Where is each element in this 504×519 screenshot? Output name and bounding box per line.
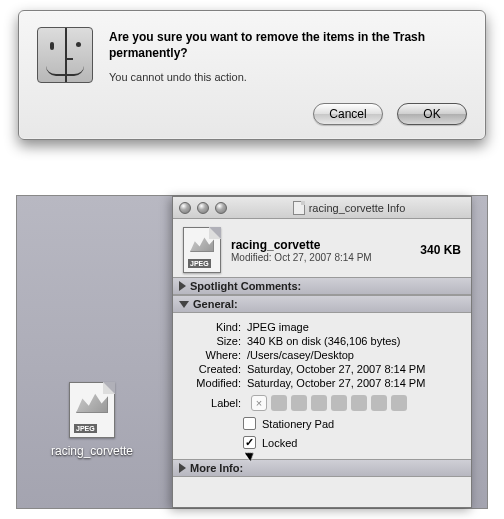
label-color-swatch[interactable] (291, 395, 307, 411)
label-label: Label: (183, 397, 247, 409)
label-clear-button[interactable]: × (251, 395, 267, 411)
window-title: racing_corvette Info (233, 201, 465, 215)
size-label: Size: (183, 335, 247, 347)
ok-button[interactable]: OK (397, 103, 467, 125)
section-label: General: (193, 298, 238, 310)
info-header-filename: racing_corvette (231, 238, 372, 252)
window-titlebar[interactable]: racing_corvette Info (173, 197, 471, 219)
kind-label: Kind: (183, 321, 247, 333)
where-label: Where: (183, 349, 247, 361)
kind-value: JPEG image (247, 321, 461, 333)
created-value: Saturday, October 27, 2007 8:14 PM (247, 363, 461, 375)
info-header: JPEG racing_corvette Modified: Oct 27, 2… (173, 219, 471, 277)
label-color-swatch[interactable] (331, 395, 347, 411)
disclosure-triangle-icon (179, 301, 189, 308)
info-header-size: 340 KB (420, 243, 461, 257)
section-label: Spotlight Comments: (190, 280, 301, 292)
close-icon[interactable] (179, 202, 191, 214)
modified-value: Saturday, October 27, 2007 8:14 PM (247, 377, 461, 389)
zoom-icon[interactable] (215, 202, 227, 214)
section-label: More Info: (190, 462, 243, 474)
jpeg-badge: JPEG (74, 424, 97, 433)
locked-checkbox[interactable] (243, 436, 256, 449)
get-info-window: racing_corvette Info JPEG racing_corvett… (172, 196, 472, 508)
locked-label: Locked (262, 437, 297, 449)
desktop-background: JPEG racing_corvette racing_corvette Inf… (16, 195, 488, 509)
modified-label: Modified: (183, 377, 247, 389)
empty-trash-dialog: Are you sure you want to remove the item… (18, 10, 486, 140)
dialog-title: Are you sure you want to remove the item… (109, 29, 467, 61)
label-color-swatch[interactable] (391, 395, 407, 411)
label-color-swatch[interactable] (371, 395, 387, 411)
section-spotlight-comments[interactable]: Spotlight Comments: (173, 277, 471, 295)
desktop-file-label: racing_corvette (47, 444, 137, 458)
size-value: 340 KB on disk (346,106 bytes) (247, 335, 461, 347)
file-icon: JPEG (69, 382, 115, 438)
stationery-pad-checkbox[interactable] (243, 417, 256, 430)
label-color-swatch[interactable] (311, 395, 327, 411)
jpeg-badge: JPEG (188, 259, 211, 268)
info-header-modified: Modified: Oct 27, 2007 8:14 PM (231, 252, 372, 263)
where-value: /Users/casey/Desktop (247, 349, 461, 361)
info-header-file-icon: JPEG (183, 227, 221, 273)
created-label: Created: (183, 363, 247, 375)
window-title-text: racing_corvette Info (309, 202, 406, 214)
stationery-pad-label: Stationery Pad (262, 418, 334, 430)
disclosure-triangle-icon (179, 463, 186, 473)
minimize-icon[interactable] (197, 202, 209, 214)
proxy-file-icon (293, 201, 305, 215)
dialog-subtitle: You cannot undo this action. (109, 71, 467, 83)
label-color-swatch[interactable] (271, 395, 287, 411)
desktop-file-racing-corvette[interactable]: JPEG racing_corvette (47, 382, 137, 458)
section-general[interactable]: General: (173, 295, 471, 313)
cancel-button[interactable]: Cancel (313, 103, 383, 125)
general-panel: Kind: JPEG image Size: 340 KB on disk (3… (173, 313, 471, 459)
finder-icon (37, 27, 93, 83)
disclosure-triangle-icon (179, 281, 186, 291)
section-more-info[interactable]: More Info: (173, 459, 471, 477)
label-color-swatch[interactable] (351, 395, 367, 411)
